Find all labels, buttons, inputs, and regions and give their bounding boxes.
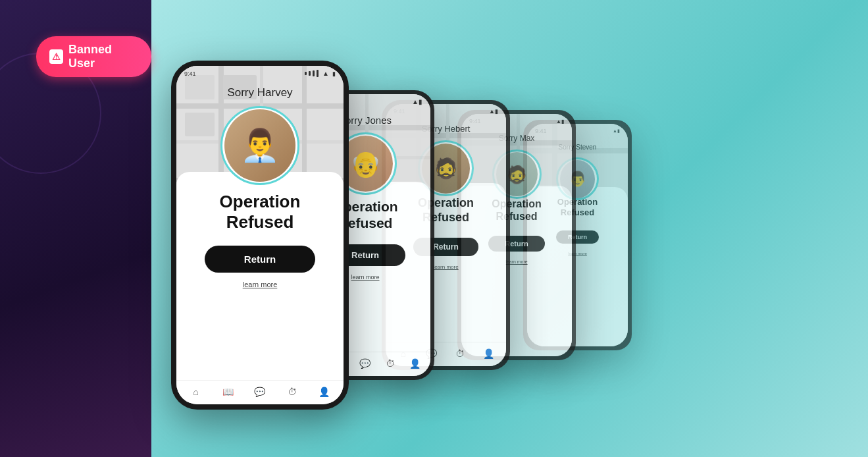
nav-clock-3[interactable]: ⏱ xyxy=(454,348,466,360)
status-icons: ▲ ▮ xyxy=(305,70,336,77)
banned-user-badge: ⚠ Banned User xyxy=(36,36,151,77)
learn-more-2[interactable]: learn more xyxy=(351,274,379,281)
nav-chat[interactable]: 💬 xyxy=(254,386,266,398)
time-label: 9:41 xyxy=(184,70,196,77)
nav-user-2[interactable]: 👤 xyxy=(409,358,421,369)
signal-4 xyxy=(317,70,319,77)
wifi-2: ▲▮ xyxy=(412,98,422,105)
phone-1-avatar: 👨‍💼 xyxy=(220,106,299,185)
phone-1-username: Sorry Harvey xyxy=(220,81,299,103)
phones-container: 9:41 ▲ ▮ Sorry Harvey xyxy=(191,61,632,410)
nav-clock-2[interactable]: ⏱ xyxy=(384,358,396,369)
learn-more-1[interactable]: learn more xyxy=(243,281,278,288)
battery-icon: ▮ xyxy=(332,70,336,77)
bottom-nav-1: ⌂ 📖 💬 ⏱ 👤 xyxy=(176,380,344,404)
operation-text-1: Operation Refused xyxy=(220,192,301,232)
signal-3 xyxy=(313,70,315,76)
avatar-img-1: 👨‍💼 xyxy=(224,109,295,182)
nav-chat-2[interactable]: 💬 xyxy=(359,358,371,369)
nav-user[interactable]: 👤 xyxy=(319,386,330,398)
phone-1: 9:41 ▲ ▮ Sorry Harvey xyxy=(171,61,349,410)
left-panel: ⚠ Banned User xyxy=(0,0,151,457)
phone-1-screen: 9:41 ▲ ▮ Sorry Harvey xyxy=(176,66,344,404)
wifi-icon: ▲ xyxy=(322,70,329,77)
white-card-1: Operation Refused Return learn more xyxy=(176,172,344,380)
learn-more-3[interactable]: learn more xyxy=(433,264,458,270)
avatar-emoji-1: 👨‍💼 xyxy=(240,130,280,161)
warning-icon: ⚠ xyxy=(49,49,63,64)
avatar-ring-1: 👨‍💼 xyxy=(220,106,299,185)
return-button-1[interactable]: Return xyxy=(205,246,315,273)
signal-1 xyxy=(305,72,307,75)
nav-book[interactable]: 📖 xyxy=(222,386,234,398)
nav-clock[interactable]: ⏱ xyxy=(286,386,298,398)
banned-badge-label: Banned User xyxy=(68,43,138,70)
right-panel: 9:41 ▲ ▮ Sorry Harvey xyxy=(151,0,868,457)
status-bar-1: 9:41 ▲ ▮ xyxy=(176,66,344,81)
signal-2 xyxy=(309,71,311,76)
nav-home[interactable]: ⌂ xyxy=(190,386,201,398)
nav-user-3[interactable]: 👤 xyxy=(482,348,494,360)
